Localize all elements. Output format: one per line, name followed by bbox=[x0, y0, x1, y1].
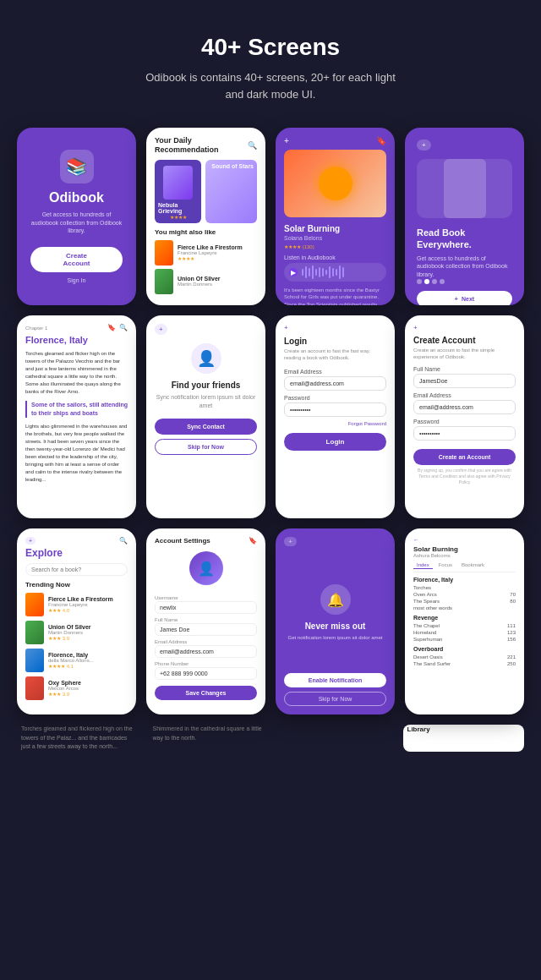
next-btn-label: Next bbox=[462, 296, 474, 302]
account-header: Account Settings 🔖 bbox=[155, 537, 257, 545]
ca-name-input[interactable] bbox=[413, 374, 516, 388]
ca-email-input[interactable] bbox=[413, 400, 516, 414]
solar-sun-graphic bbox=[319, 167, 352, 200]
featured-book-card[interactable]: Nebula Grieving ★★★★ bbox=[155, 160, 201, 223]
book-info-2: Union Of Silver Martin Donners bbox=[178, 276, 257, 287]
notify-description: Get notification lorem ipsum sit dolor a… bbox=[287, 634, 382, 641]
rec-books: Nebula Grieving ★★★★ Sound of Stars bbox=[155, 160, 257, 223]
page-subtitle: Odibook is contains 40+ screens, 20+ for… bbox=[135, 69, 406, 102]
explore-book-info-4: Oxy Sphere Melcon Arcos ★★★ 3.9 bbox=[48, 680, 128, 697]
book-author-2: Martin Donners bbox=[178, 282, 257, 287]
screen-never-miss-out: + 🔔 Never miss out Get notification lore… bbox=[276, 528, 395, 714]
florence-top-bar: Chapter 1 🔖 🔍 bbox=[25, 324, 128, 331]
explore-book-cover-3 bbox=[25, 649, 44, 672]
book-row-oven-arcs: Oven Arcs70 bbox=[413, 592, 516, 597]
explore-search-bar[interactable] bbox=[25, 563, 128, 576]
fullname-label: Full Name bbox=[155, 617, 257, 622]
rec-title: Your Daily Recommendation bbox=[155, 136, 248, 155]
solar2-back-icon[interactable]: ← bbox=[413, 537, 419, 543]
explore-book-title-3: Florence, Italy bbox=[48, 652, 128, 658]
dot-3 bbox=[432, 279, 437, 284]
user-avatar[interactable]: 👤 bbox=[189, 551, 223, 585]
tab-bookmark[interactable]: Bookmark bbox=[458, 561, 488, 569]
rec-header: Your Daily Recommendation 🔍 bbox=[155, 136, 257, 155]
solar-book-cover bbox=[284, 150, 386, 217]
screens-grid: 📚 Odibook Get access to hundreds of audi… bbox=[17, 128, 524, 714]
password-label: Password bbox=[284, 395, 386, 401]
username-label: Username bbox=[155, 595, 257, 600]
next-btn-icon: + bbox=[455, 296, 458, 302]
splash-create-btn[interactable]: Create Account bbox=[30, 247, 123, 272]
explore-item-2: Union Of Silver Martin Donners ★★★ 3.9 bbox=[25, 621, 128, 644]
tab-index[interactable]: Index bbox=[413, 561, 433, 569]
book-row-homeland: Homeland123 bbox=[413, 630, 516, 635]
login-button[interactable]: Login bbox=[284, 433, 386, 451]
section-florence: Florence, Italy bbox=[413, 577, 516, 583]
explore-book-info-2: Union Of Silver Martin Donners ★★★ 3.9 bbox=[48, 624, 128, 641]
ca-name-label: Full Name bbox=[413, 366, 516, 372]
book-row-torches: Torches bbox=[413, 585, 516, 590]
solar-waveform[interactable]: ▶ bbox=[284, 263, 386, 282]
solar-listen-label: Listen in Audiobook bbox=[284, 255, 386, 260]
library-title: Library bbox=[407, 725, 521, 735]
explore-book-title-2: Union Of Silver bbox=[48, 624, 128, 630]
read-dots bbox=[417, 279, 512, 284]
skip-for-now-btn[interactable]: Skip for Now bbox=[155, 439, 257, 455]
ca-terms-text: By signing up, you confirm that you are … bbox=[413, 468, 516, 485]
save-changes-btn[interactable]: Save Changes bbox=[155, 686, 257, 700]
second-book-card[interactable]: Sound of Stars bbox=[205, 160, 257, 223]
email-input[interactable] bbox=[284, 376, 386, 391]
rec-search-icon[interactable]: 🔍 bbox=[248, 141, 257, 150]
book-row-other-words: most other words bbox=[413, 605, 516, 610]
bottom-text-middle: Shimmered in the cathedral square a litt… bbox=[153, 725, 262, 741]
splash-signin-link[interactable]: Sign In bbox=[68, 277, 86, 283]
friends-description: Sync notification lorem ipsum sit dolor … bbox=[155, 393, 257, 410]
florence-paragraph-1: Torches gleamed and flicker high on the … bbox=[25, 350, 128, 396]
explore-search-icon[interactable]: 🔍 bbox=[119, 537, 128, 545]
explore-search-input[interactable] bbox=[31, 567, 122, 572]
enable-notification-btn[interactable]: Enable Notification bbox=[284, 673, 386, 687]
splash-app-name: Odibook bbox=[49, 190, 104, 205]
next-btn[interactable]: + Next bbox=[417, 291, 512, 305]
dot-1 bbox=[417, 279, 422, 284]
skip-notification-btn[interactable]: Skip for Now bbox=[284, 692, 386, 706]
phone-input[interactable] bbox=[155, 667, 257, 680]
acc-email-input[interactable] bbox=[155, 645, 257, 658]
featured-book-rating: ★★★★ bbox=[170, 214, 187, 220]
screen-create-account: + Create Account Create an account to fa… bbox=[405, 315, 524, 518]
explore-book-rating-1: ★★★ 4.0 bbox=[48, 607, 128, 613]
phone-label: Phone Number bbox=[155, 661, 257, 666]
section-overboard: Overboard bbox=[413, 646, 516, 652]
password-input[interactable] bbox=[284, 402, 386, 417]
fullname-input[interactable] bbox=[155, 623, 257, 636]
explore-book-title-4: Oxy Sphere bbox=[48, 680, 128, 686]
username-input[interactable] bbox=[155, 601, 257, 614]
explore-book-cover-1 bbox=[25, 593, 44, 616]
solar-book-rating: ★★★★ (130) bbox=[284, 244, 386, 249]
read-description: Get access to hundreds of audiobook coll… bbox=[417, 255, 512, 279]
book-list-item-1: Fierce Like a Firestorm Francine Lapeyre… bbox=[155, 240, 257, 266]
email-label: Email Address bbox=[284, 369, 386, 375]
book-rating-1: ★★★★ bbox=[178, 255, 257, 261]
acc-email-label: Email Address bbox=[155, 639, 257, 644]
solar-description: It's been eighteen months since the Bast… bbox=[284, 287, 386, 305]
avatar-section: 👤 bbox=[155, 551, 257, 589]
ca-password-input[interactable] bbox=[413, 426, 516, 441]
explore-book-rating-3: ★★★★ 4.1 bbox=[48, 663, 128, 669]
tab-focus[interactable]: Focus bbox=[435, 561, 456, 569]
explore-book-cover-2 bbox=[25, 621, 44, 644]
book-list-item-2: Union Of Silver Martin Donners bbox=[155, 269, 257, 294]
florence-paragraph-2: Lights also glimmered in the warehouses … bbox=[25, 423, 128, 484]
florence-search-icon[interactable]: 🔍 bbox=[119, 324, 128, 331]
create-account-btn[interactable]: Create an Account bbox=[413, 449, 516, 465]
screen-explore: + 🔍 Explore Trending Now Fierce Like a F… bbox=[17, 528, 136, 714]
might-like-label: You might also like bbox=[155, 228, 257, 236]
screen-solar-index: ← Solar Burning Ashura Belcoms Index Foc… bbox=[405, 528, 524, 714]
solar2-top-bar: ← bbox=[413, 537, 516, 543]
explore-item-3: Florence, Italy della Marco Allons... ★★… bbox=[25, 649, 128, 672]
explore-book-title-1: Fierce Like a Firestorm bbox=[48, 596, 128, 602]
sync-contact-btn[interactable]: Sync Contact bbox=[155, 419, 257, 435]
ca-email-label: Email Address bbox=[413, 392, 516, 398]
bookmark-icon[interactable]: 🔖 bbox=[107, 324, 116, 331]
forgot-password-link[interactable]: Forgot Password bbox=[284, 421, 386, 426]
